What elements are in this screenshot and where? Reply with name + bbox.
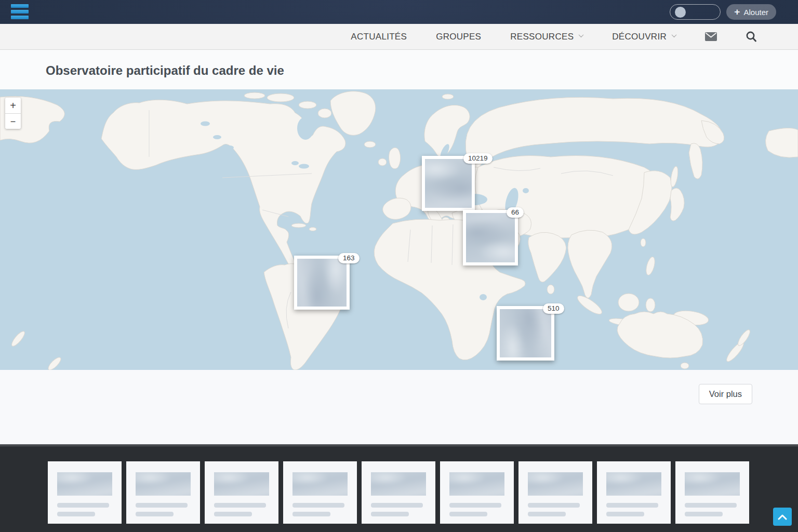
world-map-graphic [0,89,798,370]
text-placeholder-bar [57,503,109,508]
scroll-to-top-button[interactable] [773,508,792,526]
chevron-down-icon [672,32,677,37]
card-thumbnail [57,472,112,496]
text-placeholder-bar [685,503,737,508]
nav-item-label: DÉCOUVRIR [612,32,667,42]
title-section: Observatoire participatif du cadre de vi… [0,50,798,89]
below-map-section: Voir plus [0,370,798,444]
page-title: Observatoire participatif du cadre de vi… [0,50,798,78]
hamburger-icon [11,10,29,14]
carousel-card[interactable] [597,461,671,524]
nav-item-label: ACTUALITÉS [351,32,407,42]
messages-button[interactable] [705,32,717,41]
nav-item-decouvrir[interactable]: DÉCOUVRIR [612,32,676,42]
carousel-card[interactable] [362,461,435,524]
carousel-card[interactable] [283,461,357,524]
card-thumbnail [449,472,504,496]
carousel-card[interactable] [675,461,749,524]
text-placeholder-bar [606,503,658,508]
chevron-down-icon [579,32,584,37]
map-cluster-marker[interactable]: 66 [463,210,518,265]
text-placeholder-bar [214,503,266,508]
plus-icon: + [734,7,740,17]
add-button[interactable]: + Alouter [726,4,776,20]
search-icon [746,31,756,42]
text-placeholder-bar [214,512,252,516]
text-placeholder-bar [57,512,95,516]
carousel-card[interactable] [440,461,514,524]
nav-item-actualites[interactable]: ACTUALITÉS [351,32,407,42]
carousel-card[interactable] [205,461,278,524]
card-thumbnail [606,472,661,496]
marker-thumbnail [497,306,554,361]
card-thumbnail [528,472,583,496]
card-thumbnail [371,472,426,496]
map-cluster-marker[interactable]: 10219 [422,156,475,211]
zoom-in-button[interactable]: + [5,98,21,113]
chevron-up-icon [778,514,787,520]
map-zoom-control: + − [5,98,21,129]
zoom-out-button[interactable]: − [5,113,21,129]
map-cluster-marker[interactable]: 510 [497,306,554,361]
text-placeholder-bar [371,512,409,516]
card-thumbnail [292,472,348,496]
marker-thumbnail [463,210,518,265]
main-nav: ACTUALITÉS GROUPES RESSOURCES DÉCOUVRIR [0,24,798,50]
landmasses [0,91,798,370]
top-bar: + Alouter [0,0,798,24]
text-placeholder-bar [528,512,566,516]
hamburger-icon [11,16,29,19]
text-placeholder-bar [136,503,188,508]
carousel-card[interactable] [126,461,200,524]
text-placeholder-bar [292,503,344,508]
map-cluster-marker[interactable]: 163 [294,256,350,310]
nav-item-label: RESSOURCES [510,32,574,42]
marker-count-badge: 66 [507,207,524,218]
header-search-pill[interactable] [670,4,721,20]
nav-item-groupes[interactable]: GROUPES [436,32,481,42]
text-placeholder-bar [371,503,423,508]
card-strip [48,461,749,524]
carousel-card[interactable] [48,461,122,524]
marker-thumbnail [422,156,475,211]
marker-thumbnail [294,256,350,310]
text-placeholder-bar [292,512,330,516]
card-thumbnail [136,472,191,496]
envelope-icon [705,32,717,41]
marker-count-badge: 163 [338,253,360,263]
world-map[interactable]: + − 10219 66 163 510 [0,89,798,370]
marker-count-badge: 510 [543,303,564,314]
nav-item-label: GROUPES [436,32,481,42]
footer-carousel [0,444,798,532]
pill-circle-icon [675,7,686,18]
carousel-card[interactable] [518,461,592,524]
hamburger-menu-button[interactable] [11,4,29,20]
card-thumbnail [685,472,740,496]
hamburger-icon [11,4,29,8]
text-placeholder-bar [449,503,501,508]
nav-item-ressources[interactable]: RESSOURCES [510,32,583,42]
search-button[interactable] [746,31,756,42]
text-placeholder-bar [136,512,174,516]
text-placeholder-bar [685,512,723,516]
text-placeholder-bar [528,503,580,508]
card-thumbnail [214,472,269,496]
text-placeholder-bar [606,512,644,516]
see-more-button[interactable]: Voir plus [699,384,752,404]
text-placeholder-bar [449,512,487,516]
marker-count-badge: 10219 [463,153,493,164]
add-button-label: Alouter [743,8,768,17]
